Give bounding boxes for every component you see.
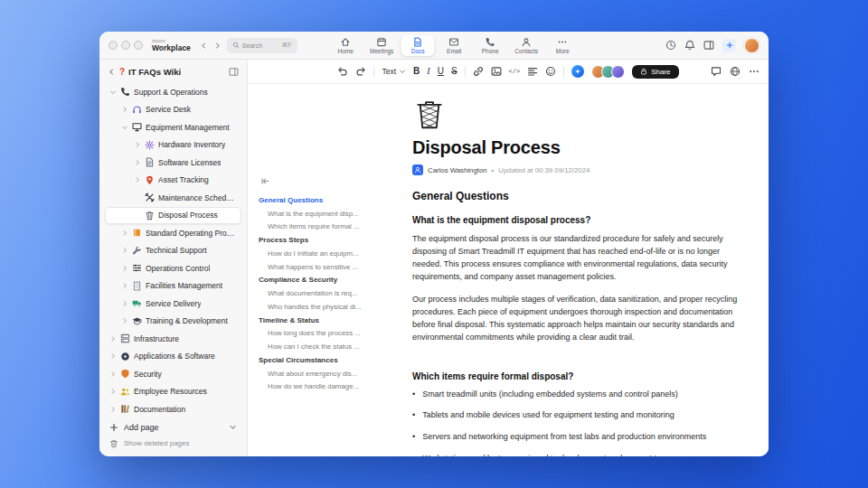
sidebar-item[interactable]: Training & Development: [105, 313, 241, 331]
tab-email[interactable]: Email: [438, 35, 471, 56]
link-icon[interactable]: [473, 66, 484, 77]
emoji-icon[interactable]: [545, 66, 556, 77]
chevron-right-icon[interactable]: [109, 388, 117, 395]
tab-phone[interactable]: Phone: [474, 35, 507, 56]
lock-icon: [640, 68, 647, 75]
titlebar: zoom Workplace Search ⌘F HomeMeetingsDoc…: [99, 32, 769, 60]
italic-button[interactable]: I: [427, 67, 429, 76]
docfile-icon: [145, 157, 155, 167]
chevron-right-icon[interactable]: [121, 106, 128, 113]
bullet-text: Servers and networking equipment from te…: [422, 432, 706, 441]
chevron-right-icon[interactable]: [109, 371, 117, 378]
tab-contacts[interactable]: Contacts: [510, 35, 543, 56]
sidebar-item[interactable]: Employee Resources: [105, 383, 241, 401]
ai-companion-button[interactable]: [571, 65, 584, 78]
document-body[interactable]: Disposal Process Carlos Washington • Upd…: [396, 84, 769, 456]
chevron-right-icon[interactable]: [121, 265, 128, 272]
sidebar-item[interactable]: Technical Support: [105, 242, 241, 260]
toc-item[interactable]: Which items require formal ...: [259, 221, 396, 234]
notifications-bell-icon[interactable]: [684, 40, 695, 51]
toc-item[interactable]: How can I check the status ...: [259, 340, 396, 353]
chevron-right-icon[interactable]: [134, 141, 141, 148]
collapse-toc-icon[interactable]: [260, 176, 270, 186]
chevron-right-icon[interactable]: [121, 230, 128, 237]
tab-home[interactable]: Home: [329, 35, 363, 56]
document-toolbar: Text B I U S </>: [248, 60, 769, 84]
side-panel-icon[interactable]: [703, 40, 714, 51]
redo-icon[interactable]: [355, 66, 366, 77]
minimize-button[interactable]: [121, 41, 130, 50]
sidebar-item[interactable]: Software Licenses: [105, 154, 241, 172]
code-button[interactable]: </>: [509, 68, 521, 75]
chevron-right-icon[interactable]: [121, 247, 128, 254]
collapse-sidebar-icon[interactable]: [229, 67, 239, 77]
sidebar-item[interactable]: Maintenance Schedules: [105, 189, 241, 207]
chevron-right-icon[interactable]: [109, 406, 117, 413]
nav-forward-icon[interactable]: [213, 42, 222, 50]
toc-item[interactable]: What happens to sensitive ...: [259, 260, 396, 274]
more-options-icon[interactable]: [749, 66, 760, 77]
comments-icon[interactable]: [711, 66, 722, 77]
sidebar-item[interactable]: Infrastructure: [105, 330, 241, 348]
back-icon[interactable]: [108, 68, 116, 76]
sidebar-item[interactable]: Standard Operating Procedures: [105, 224, 241, 242]
history-icon[interactable]: [665, 40, 676, 51]
chevron-right-icon[interactable]: [109, 352, 117, 360]
toc-section[interactable]: General Questions: [259, 193, 396, 207]
chevron-right-icon[interactable]: [134, 159, 141, 166]
underline-button[interactable]: U: [438, 67, 444, 76]
sidebar-item[interactable]: Applications & Software: [105, 348, 241, 366]
global-search[interactable]: Search ⌘F: [227, 38, 297, 53]
toc-item[interactable]: How do we handle damage...: [259, 380, 396, 393]
close-button[interactable]: [108, 41, 118, 50]
toc-section[interactable]: Special Circumstances: [259, 353, 396, 367]
chevron-right-icon[interactable]: [109, 335, 117, 343]
toc-item[interactable]: What about emergency dis...: [259, 367, 396, 380]
sidebar-item[interactable]: Hardware Inventory: [105, 136, 241, 155]
profile-avatar[interactable]: [744, 38, 760, 53]
toc-section[interactable]: Process Steps: [259, 233, 396, 247]
undo-icon[interactable]: [337, 66, 348, 77]
text-style-dropdown[interactable]: Text: [382, 67, 406, 76]
add-page-button[interactable]: Add page: [109, 418, 237, 436]
chevron-right-icon[interactable]: [121, 282, 128, 289]
sidebar-item[interactable]: Security: [105, 365, 241, 383]
chevron-right-icon[interactable]: [134, 176, 141, 183]
collaborator-avatar[interactable]: [611, 65, 625, 79]
show-deleted-pages-button[interactable]: Show deleted pages: [109, 436, 237, 451]
chevron-right-icon[interactable]: [121, 300, 128, 307]
globe-icon[interactable]: [730, 66, 741, 77]
bold-button[interactable]: B: [413, 67, 420, 76]
share-button[interactable]: Share: [632, 65, 678, 79]
maximize-button[interactable]: [134, 41, 143, 50]
toc-item[interactable]: What documentation is req...: [259, 286, 396, 300]
sidebar-item[interactable]: Documentation: [105, 400, 241, 415]
image-icon[interactable]: [491, 66, 502, 77]
bullet-marker: •: [412, 454, 415, 456]
chevron-right-icon[interactable]: [121, 317, 128, 324]
sidebar-item[interactable]: Disposal Process: [105, 207, 241, 225]
nav-back-icon[interactable]: [200, 42, 208, 50]
sidebar-item[interactable]: Facilities Management: [105, 277, 241, 296]
toc-item[interactable]: How do I initiate an equipm...: [259, 247, 396, 260]
toc-item[interactable]: What is the equipment disp...: [259, 207, 396, 221]
tab-docs[interactable]: Docs: [401, 35, 435, 56]
align-icon[interactable]: [527, 66, 538, 77]
sidebar-item[interactable]: Support & Operations: [105, 83, 241, 101]
toc-section[interactable]: Compliance & Security: [259, 273, 396, 286]
toc-item[interactable]: Who handles the physical di...: [259, 300, 396, 314]
toc-item[interactable]: How long does the process ...: [259, 327, 396, 341]
chevron-down-icon[interactable]: [109, 89, 117, 96]
new-item-button[interactable]: [722, 39, 736, 52]
strikethrough-button[interactable]: S: [451, 67, 458, 76]
sidebar-item[interactable]: Operations Control: [105, 259, 241, 277]
tab-meetings[interactable]: Meetings: [365, 35, 399, 56]
toc-section[interactable]: Timeline & Status: [259, 314, 396, 327]
sidebar-item[interactable]: Asset Tracking: [105, 172, 241, 190]
sidebar-item[interactable]: Equipment Management: [105, 118, 241, 136]
chevron-down-icon[interactable]: [121, 124, 128, 131]
chevron-down-icon: [399, 68, 406, 75]
sidebar-item[interactable]: Service Delivery: [105, 295, 241, 313]
sidebar-item[interactable]: Service Desk: [105, 101, 241, 119]
tab-more[interactable]: More: [546, 35, 580, 56]
